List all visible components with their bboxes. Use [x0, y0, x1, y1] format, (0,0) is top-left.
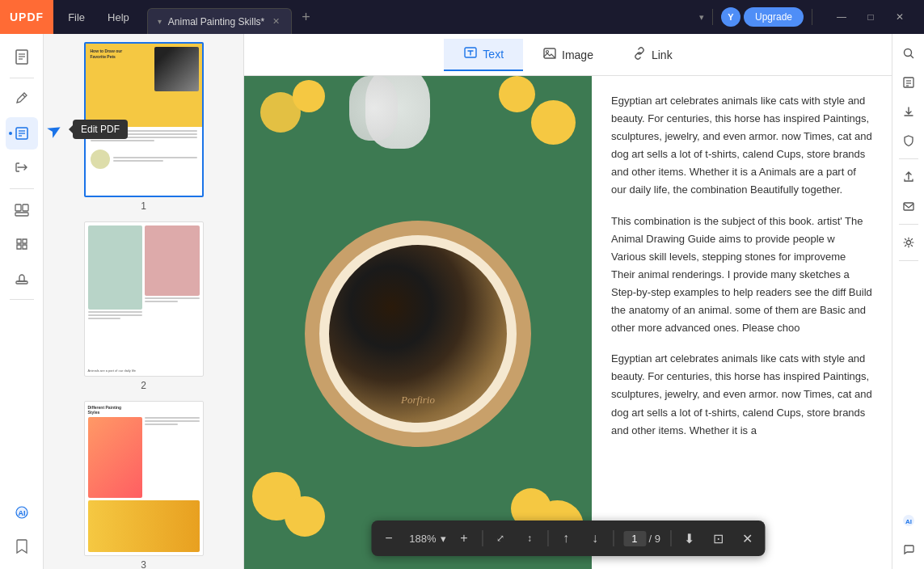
svg-line-4	[23, 95, 25, 97]
active-tab[interactable]: ▾ Animal Painting Skills* ✕	[147, 8, 292, 34]
title-bar-right: ▾ Y Upgrade — □ ✕	[690, 0, 924, 34]
white-flower-2	[349, 76, 398, 141]
toolbar-text-button[interactable]: Text	[444, 39, 523, 71]
thumbnail-panel[interactable]: How to Draw ourFavorite Pets	[44, 34, 244, 569]
thumbnail-frame-3[interactable]: Different PaintingStyles	[84, 401, 204, 556]
pdf-paragraph-2: This combination is the subject of this …	[611, 213, 872, 338]
upgrade-button[interactable]: Upgrade	[744, 7, 804, 27]
zoom-in-button[interactable]: +	[449, 524, 479, 553]
separator2	[812, 9, 812, 25]
sidebar-item-bookmark[interactable]	[6, 530, 38, 563]
menu-file[interactable]: File	[57, 0, 96, 34]
sidebar-item-convert[interactable]	[6, 151, 38, 183]
svg-line-19	[910, 56, 913, 58]
svg-point-17	[546, 50, 549, 53]
dog-signature: Porfirio	[401, 394, 435, 407]
right-sidebar: AI	[892, 34, 924, 569]
tab-close-icon[interactable]: ✕	[271, 15, 281, 28]
zoom-level: 188%	[407, 533, 439, 545]
thumb-p3-text	[145, 417, 200, 498]
toolbar-image-label: Image	[562, 48, 593, 61]
page-indicator: / 9	[617, 531, 667, 546]
thumb-line	[91, 137, 197, 138]
thumb-p3-title: Different PaintingStyles	[88, 405, 200, 415]
sidebar-item-ai[interactable]: AI	[6, 496, 38, 529]
sidebar-item-organize[interactable]	[6, 194, 38, 226]
pdf-text-panel[interactable]: Egyptian art celebrates animals like cat…	[592, 76, 892, 569]
avatar: Y	[721, 7, 740, 27]
sidebar-sep-1	[10, 78, 34, 78]
download-icon[interactable]	[896, 99, 922, 124]
thumb-line	[113, 160, 163, 162]
page-total: 9	[655, 533, 660, 545]
image-tool-icon	[542, 46, 557, 64]
thumbnail-frame-2[interactable]: Animals are a part of our daily life	[84, 221, 204, 377]
add-tab-button[interactable]: +	[295, 9, 317, 26]
maximize-button[interactable]: □	[856, 0, 885, 34]
thumbnail-item-1[interactable]: How to Draw ourFavorite Pets	[50, 42, 237, 212]
ai-sparkle-icon[interactable]: AI	[896, 508, 922, 533]
search-icon[interactable]	[896, 40, 922, 66]
fit-all-button[interactable]: ⊡	[703, 524, 732, 553]
thumb-line	[145, 301, 178, 302]
sidebar-sep-3	[10, 299, 34, 300]
embroidery-hoop: Porfirio	[305, 221, 531, 447]
thumb-dog-img	[154, 47, 199, 91]
fit-page-button[interactable]: ⤢	[486, 524, 515, 553]
thumb-line	[113, 157, 197, 158]
close-bar-button[interactable]: ✕	[732, 524, 762, 553]
bottom-sep-4	[670, 530, 671, 546]
thumbnail-label-1: 1	[141, 200, 146, 212]
sidebar-item-merge[interactable]	[6, 228, 38, 260]
thumb-page3-content: Different PaintingStyles	[85, 402, 203, 555]
share-icon[interactable]	[896, 164, 922, 190]
embroidery-dog: Porfirio	[329, 245, 507, 423]
mail-icon[interactable]	[896, 193, 922, 219]
thumb-caption: Animals are a part of our daily life	[88, 369, 200, 373]
protect-icon[interactable]	[896, 128, 922, 154]
main-layout: AI How to Draw ourFavorite Pets	[0, 34, 924, 569]
app-logo: UPDF	[0, 0, 53, 34]
thumb-bottom	[86, 127, 202, 196]
thumbnail-item-3[interactable]: Different PaintingStyles 3	[50, 401, 237, 569]
chat-icon[interactable]	[896, 537, 922, 563]
thumb-img-2	[145, 225, 200, 296]
yellow-flower-3	[531, 100, 576, 145]
sidebar-item-stamp[interactable]	[6, 262, 38, 294]
menu-area: File Help	[53, 0, 144, 34]
prev-page-button[interactable]: ↑	[551, 524, 580, 553]
sidebar-item-pages[interactable]	[6, 40, 38, 73]
right-sep-3	[899, 260, 918, 261]
toolbar-image-button[interactable]: Image	[523, 40, 613, 70]
zoom-display: 188% ▾	[403, 533, 449, 545]
zoom-out-button[interactable]: −	[374, 524, 403, 553]
thumb-line	[91, 130, 197, 132]
thumb-title: How to Draw ourFavorite Pets	[91, 48, 123, 59]
tab-title: Animal Painting Skills*	[168, 16, 264, 27]
thumbnail-item-2[interactable]: Animals are a part of our daily life 2	[50, 221, 237, 391]
page-number-input[interactable]	[623, 531, 646, 546]
thumbnail-frame-1[interactable]: How to Draw ourFavorite Pets	[84, 42, 204, 197]
settings-icon[interactable]	[896, 230, 922, 255]
pdf-paragraph-1: Egyptian art celebrates animals like cat…	[611, 92, 872, 200]
fit-width-button[interactable]: ↕	[515, 524, 544, 553]
svg-rect-11	[15, 213, 28, 216]
edit-toolbar: Text Image Link	[244, 34, 892, 76]
sidebar-item-annotate[interactable]	[6, 83, 38, 116]
text-tool-icon	[463, 45, 478, 63]
thumb-line	[88, 311, 143, 313]
bottom-sep-2	[547, 530, 548, 546]
menu-help[interactable]: Help	[96, 0, 141, 34]
minimize-button[interactable]: —	[827, 0, 856, 34]
thumb-line	[91, 140, 154, 141]
ocr-icon[interactable]	[896, 70, 922, 95]
thumb-line	[145, 297, 200, 299]
zoom-dropdown-icon[interactable]: ▾	[441, 533, 446, 545]
scroll-down-button[interactable]: ⬇	[674, 524, 703, 553]
yellow-flower-2	[293, 80, 325, 112]
thumb-line	[91, 133, 197, 135]
toolbar-link-button[interactable]: Link	[613, 40, 692, 70]
next-page-button[interactable]: ↓	[580, 524, 610, 553]
sidebar-item-edit[interactable]	[6, 117, 38, 150]
close-button[interactable]: ✕	[885, 0, 914, 34]
